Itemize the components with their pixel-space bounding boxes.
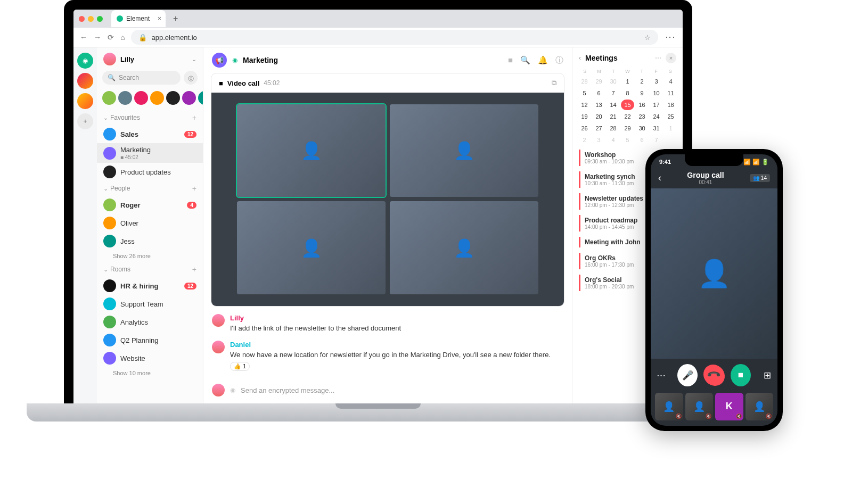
- calendar-day[interactable]: 29: [592, 76, 605, 87]
- calendar-day[interactable]: 6: [592, 88, 605, 98]
- more-button[interactable]: ⋯: [651, 364, 671, 386]
- room-item[interactable]: Oliver: [97, 214, 203, 232]
- space-item[interactable]: [77, 93, 93, 109]
- camera-button[interactable]: ■: [731, 364, 751, 386]
- calendar-day[interactable]: 27: [592, 123, 605, 134]
- calendar-day[interactable]: 5: [621, 135, 634, 145]
- avatar[interactable]: [182, 91, 196, 105]
- calendar-day[interactable]: 7: [650, 135, 663, 145]
- room-item[interactable]: Product updates: [97, 163, 203, 181]
- participants-badge[interactable]: 👥 14: [750, 174, 770, 182]
- show-more-rooms[interactable]: Show 10 more: [97, 367, 203, 379]
- calendar-day[interactable]: 25: [664, 111, 677, 122]
- avatar[interactable]: [134, 91, 148, 105]
- calendar-day[interactable]: 31: [650, 123, 663, 134]
- room-item[interactable]: Analytics: [97, 313, 203, 331]
- plus-icon[interactable]: +: [192, 113, 196, 122]
- calendar-day[interactable]: 4: [607, 135, 620, 145]
- composer[interactable]: ◉ Send an encrypted message...: [203, 378, 572, 403]
- video-thumb[interactable]: 👤🔇: [746, 393, 774, 421]
- calendar-day[interactable]: 12: [578, 100, 591, 110]
- space-add-button[interactable]: +: [77, 113, 93, 129]
- show-more-people[interactable]: Show 26 more: [97, 250, 203, 262]
- avatar[interactable]: [102, 91, 116, 105]
- calendar-day[interactable]: 26: [578, 123, 591, 134]
- calendar-day[interactable]: 30: [635, 123, 649, 134]
- calendar-day[interactable]: 3: [650, 76, 663, 87]
- calendar-day[interactable]: 10: [650, 88, 663, 98]
- video-tile[interactable]: 👤: [237, 201, 386, 294]
- calendar-day[interactable]: 21: [607, 111, 620, 122]
- plus-icon[interactable]: +: [192, 184, 196, 193]
- calendar-day[interactable]: 15: [621, 100, 634, 110]
- calendar-day[interactable]: 1: [664, 123, 677, 134]
- reaction[interactable]: 👍 1: [230, 362, 250, 371]
- explore-button[interactable]: ◎: [184, 71, 198, 85]
- room-item[interactable]: Website: [97, 349, 203, 367]
- calendar-day[interactable]: 2: [578, 135, 591, 145]
- calendar-day[interactable]: 13: [592, 100, 605, 110]
- avatar[interactable]: [166, 91, 180, 105]
- mic-button[interactable]: 🎤: [677, 364, 698, 386]
- calendar-day[interactable]: 3: [592, 135, 605, 145]
- calendar-day[interactable]: 14: [607, 100, 620, 110]
- url-bar[interactable]: 🔒 app.element.io ☆: [131, 30, 658, 45]
- video-thumb[interactable]: 👤🔇: [685, 393, 714, 421]
- home-icon[interactable]: ⌂: [120, 33, 125, 42]
- calendar-day[interactable]: 11: [664, 88, 677, 98]
- back-icon[interactable]: ←: [80, 33, 87, 42]
- calendar-day[interactable]: 28: [578, 76, 591, 87]
- room-item[interactable]: Marketing■ 45:02: [97, 143, 203, 163]
- video-tile[interactable]: 👤: [237, 104, 386, 197]
- calendar-day[interactable]: 4: [664, 76, 677, 87]
- search-input[interactable]: 🔍 Search: [102, 71, 181, 85]
- search-icon[interactable]: 🔍: [520, 55, 530, 65]
- window-controls[interactable]: [79, 16, 103, 22]
- calendar-day[interactable]: 20: [592, 111, 605, 122]
- browser-tab[interactable]: Element ×: [111, 10, 166, 27]
- calendar-day[interactable]: 7: [607, 88, 620, 98]
- back-icon[interactable]: ‹: [658, 172, 661, 184]
- external-link-icon[interactable]: ⧉: [552, 79, 556, 87]
- room-item[interactable]: Roger4: [97, 196, 203, 214]
- browser-menu-icon[interactable]: ⋮: [665, 32, 676, 42]
- calendar-day[interactable]: 29: [621, 123, 634, 134]
- section-favourites[interactable]: ⌄ Favourites +: [97, 110, 203, 125]
- section-rooms[interactable]: ⌄ Rooms +: [97, 262, 203, 277]
- new-tab-button[interactable]: +: [169, 14, 182, 23]
- calendar-day[interactable]: 28: [607, 123, 620, 134]
- section-people[interactable]: ⌄ People +: [97, 181, 203, 196]
- room-item[interactable]: HR & hiring12: [97, 277, 203, 295]
- calendar-day[interactable]: 8: [621, 88, 634, 98]
- layout-button[interactable]: ⊞: [757, 364, 777, 386]
- space-home[interactable]: ◉: [77, 53, 93, 69]
- room-item[interactable]: Q2 Planning: [97, 331, 203, 349]
- calendar-day[interactable]: 5: [578, 88, 591, 98]
- avatar[interactable]: [198, 91, 203, 105]
- avatar[interactable]: [150, 91, 164, 105]
- star-icon[interactable]: ☆: [644, 34, 651, 42]
- calendar-day[interactable]: 17: [650, 100, 663, 110]
- close-icon[interactable]: ×: [666, 53, 676, 63]
- room-item[interactable]: Support Team: [97, 295, 203, 313]
- close-icon[interactable]: ×: [158, 15, 161, 22]
- calendar-day[interactable]: 9: [635, 88, 649, 98]
- calendar-day[interactable]: 2: [635, 76, 649, 87]
- video-thumb[interactable]: K🔇: [715, 393, 743, 421]
- bell-icon[interactable]: 🔔: [538, 55, 548, 65]
- more-icon[interactable]: ⋯: [655, 54, 661, 62]
- space-item[interactable]: [77, 73, 93, 89]
- calendar-day[interactable]: 19: [578, 111, 591, 122]
- info-icon[interactable]: ⓘ: [555, 55, 563, 65]
- calendar-day[interactable]: 1: [621, 76, 634, 87]
- video-icon[interactable]: ■: [508, 55, 513, 65]
- plus-icon[interactable]: +: [192, 265, 196, 274]
- reload-icon[interactable]: ⟳: [108, 33, 114, 42]
- calendar-day[interactable]: 22: [621, 111, 634, 122]
- calendar-day[interactable]: 6: [635, 135, 649, 145]
- user-header[interactable]: Lilly ⌄: [97, 47, 203, 71]
- calendar-day[interactable]: 30: [607, 76, 620, 87]
- calendar-day[interactable]: 16: [635, 100, 649, 110]
- video-tile[interactable]: 👤: [390, 104, 538, 197]
- hangup-button[interactable]: 📞: [699, 360, 730, 391]
